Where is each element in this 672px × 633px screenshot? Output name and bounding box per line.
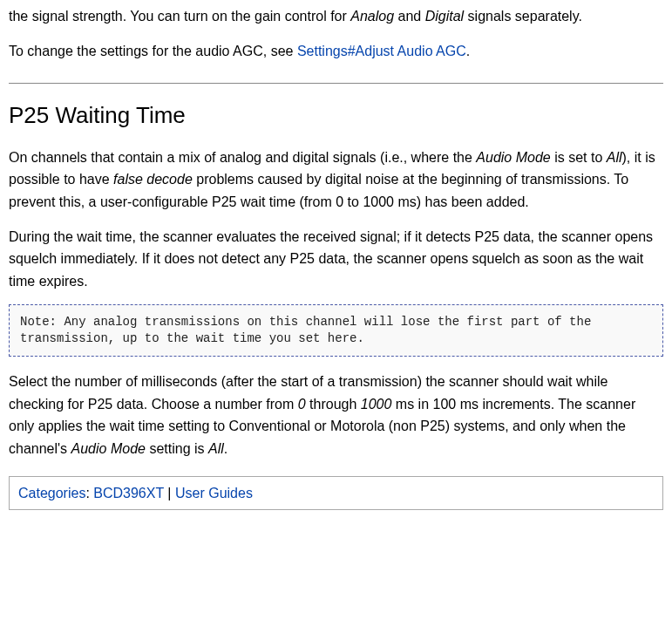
note-box: Note: Any analog transmissions on this c…: [9, 304, 663, 357]
all-em: All: [607, 150, 622, 165]
settings-adjust-audio-agc-link[interactable]: Settings#Adjust Audio AGC: [297, 44, 466, 58]
intro-paragraph-1: the signal strength. You can turn on the…: [9, 5, 663, 28]
p25-paragraph-3: Select the number of milliseconds (after…: [9, 371, 663, 459]
text: and: [394, 9, 425, 24]
section-divider: [9, 83, 663, 84]
text: the signal strength. You can turn on the…: [9, 9, 350, 24]
p25-waiting-time-heading: P25 Waiting Time: [9, 98, 663, 134]
digital-em: Digital: [425, 9, 464, 24]
categories-box: Categories: BCD396XT | User Guides: [9, 476, 663, 511]
categories-link[interactable]: Categories: [18, 486, 85, 500]
zero-em: 0: [298, 397, 306, 412]
thousand-em: 1000: [361, 397, 392, 412]
text: is set to: [551, 150, 607, 165]
audio-mode-em: Audio Mode: [71, 441, 146, 456]
text: signals separately.: [464, 9, 582, 24]
analog-em: Analog: [350, 9, 394, 24]
text: :: [85, 486, 93, 500]
all-em: All: [208, 441, 224, 456]
text: To change the settings for the audio AGC…: [9, 44, 297, 58]
false-decode-em: false decode: [113, 172, 193, 187]
audio-mode-em: Audio Mode: [476, 150, 550, 165]
p25-paragraph-1: On channels that contain a mix of analog…: [9, 146, 663, 214]
intro-paragraph-2: To change the settings for the audio AGC…: [9, 40, 663, 63]
text: On channels that contain a mix of analog…: [9, 150, 476, 165]
category-user-guides-link[interactable]: User Guides: [175, 486, 253, 500]
text: .: [224, 441, 227, 456]
text: through: [306, 397, 361, 412]
text: setting is: [146, 441, 208, 456]
category-bcd396xt-link[interactable]: BCD396XT: [93, 486, 164, 500]
text: |: [164, 486, 175, 500]
text: .: [466, 44, 470, 58]
p25-paragraph-2: During the wait time, the scanner evalua…: [9, 226, 663, 293]
